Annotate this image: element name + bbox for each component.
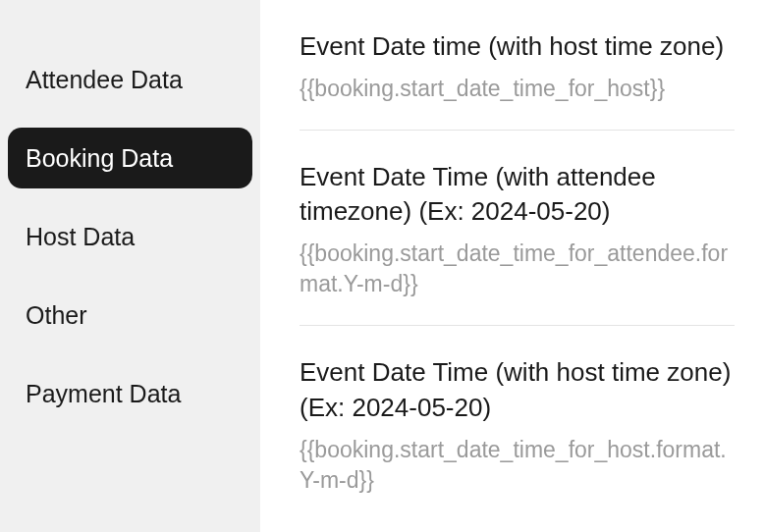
sidebar-item-booking-data[interactable]: Booking Data <box>8 128 252 188</box>
sidebar-item-label: Attendee Data <box>26 66 183 93</box>
item-code: {{booking.start_date_time_for_host.forma… <box>300 435 735 496</box>
sidebar-item-payment-data[interactable]: Payment Data <box>8 363 252 424</box>
list-item[interactable]: Event Date time (with host time zone) {{… <box>300 0 735 131</box>
sidebar-item-attendee-data[interactable]: Attendee Data <box>8 49 252 110</box>
sidebar-item-label: Booking Data <box>26 144 173 172</box>
item-code: {{booking.start_date_time_for_attendee.f… <box>300 239 735 299</box>
sidebar-item-label: Payment Data <box>26 380 181 407</box>
list-item[interactable]: Event Date Time (with attendee timezone)… <box>300 131 735 326</box>
item-title: Event Date time (with host time zone) <box>300 29 735 64</box>
content-panel: Event Date time (with host time zone) {{… <box>260 0 764 532</box>
item-title: Event Date Time (with attendee timezone)… <box>300 160 735 229</box>
sidebar-item-label: Host Data <box>26 223 135 250</box>
list-item[interactable]: Event Date Time (with host time zone) (E… <box>300 326 735 520</box>
sidebar: Attendee Data Booking Data Host Data Oth… <box>0 0 260 532</box>
item-title: Event Date Time (with host time zone) (E… <box>300 355 735 424</box>
sidebar-item-host-data[interactable]: Host Data <box>8 206 252 267</box>
sidebar-item-label: Other <box>26 301 87 329</box>
item-code: {{booking.start_date_time_for_host}} <box>300 74 735 104</box>
sidebar-item-other[interactable]: Other <box>8 285 252 346</box>
